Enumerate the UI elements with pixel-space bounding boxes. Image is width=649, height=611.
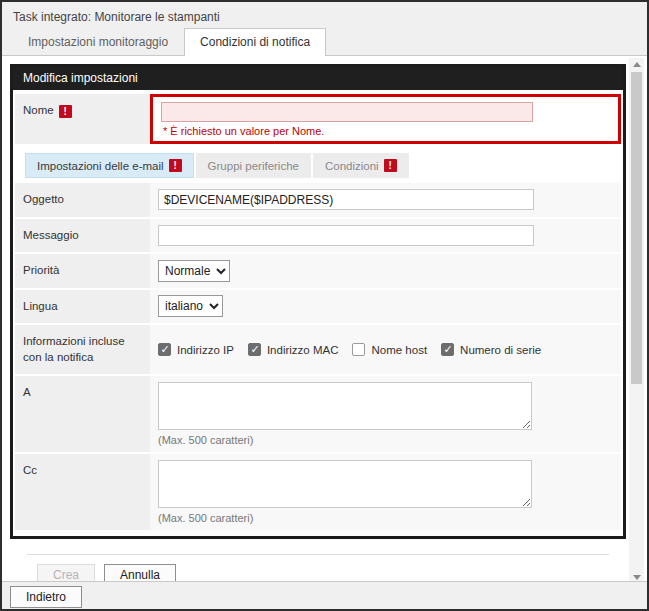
checkbox-label: Indirizzo MAC <box>267 344 339 356</box>
tab-condizioni-di-notifica[interactable]: Condizioni di notifica <box>184 28 326 56</box>
error-badge-icon: ! <box>384 159 397 172</box>
tab-impostazioni-monitoraggio[interactable]: Impostazioni monitoraggio <box>12 28 184 56</box>
subtab-impostazioni-email[interactable]: Impostazioni delle e-mail! <box>25 153 194 178</box>
cc-textarea[interactable] <box>158 460 532 508</box>
indietro-button[interactable]: Indietro <box>10 586 82 608</box>
subtab-condizioni[interactable]: Condizioni! <box>313 153 409 178</box>
lingua-row: Lingua italiano <box>15 290 621 324</box>
error-badge-icon: ! <box>59 105 72 118</box>
oggetto-row: Oggetto <box>15 183 621 217</box>
panel-body: Nome! * È richiesto un valore per Nome. … <box>13 90 623 588</box>
a-row: A (Max. 500 caratteri) <box>15 376 621 452</box>
a-maxlength-hint: (Max. 500 caratteri) <box>158 434 613 446</box>
subtab-impostazioni-email-label: Impostazioni delle e-mail <box>37 160 164 172</box>
lingua-label: Lingua <box>15 290 150 324</box>
oggetto-label: Oggetto <box>15 183 150 217</box>
checkbox-icon[interactable] <box>158 343 171 356</box>
subtab-gruppi-periferiche-label: Gruppi periferiche <box>208 160 299 172</box>
scrollbar-thumb[interactable] <box>631 72 642 384</box>
nome-error-outline: * È richiesto un valore per Nome. <box>150 94 621 144</box>
nome-label: Nome! <box>15 94 150 144</box>
messaggio-label: Messaggio <box>15 219 150 253</box>
checkbox-indirizzo-ip[interactable]: Indirizzo IP <box>158 343 234 356</box>
cc-label: Cc <box>15 454 150 530</box>
subtab-condizioni-label: Condizioni <box>325 160 379 172</box>
subtab-gruppi-periferiche[interactable]: Gruppi periferiche <box>196 153 311 178</box>
informazioni-row: Informazioni incluse con la notifica Ind… <box>15 325 621 374</box>
messaggio-row: Messaggio <box>15 219 621 253</box>
scroll-up-button[interactable] <box>629 58 644 71</box>
messaggio-input[interactable] <box>158 225 534 246</box>
priorita-select[interactable]: Normale <box>158 260 230 282</box>
nome-error-message: * È richiesto un valore per Nome. <box>163 125 610 137</box>
checkbox-indirizzo-mac[interactable]: Indirizzo MAC <box>248 343 339 356</box>
modifica-impostazioni-panel: Modifica impostazioni Nome! * È richiest… <box>10 64 626 539</box>
checkbox-numero-di-serie[interactable]: Numero di serie <box>441 343 541 356</box>
informazioni-label: Informazioni incluse con la notifica <box>15 325 150 374</box>
checkbox-icon[interactable] <box>352 343 365 356</box>
panel-title: Modifica impostazioni <box>13 67 623 90</box>
priorita-row: Priorità Normale <box>15 254 621 288</box>
checkbox-label: Indirizzo IP <box>177 344 234 356</box>
priorita-label: Priorità <box>15 254 150 288</box>
notifica-info-checkbox-group: Indirizzo IP Indirizzo MAC Nome host <box>158 343 613 356</box>
vertical-scrollbar[interactable] <box>629 58 644 584</box>
a-label: A <box>15 376 150 452</box>
main-tab-bar: Impostazioni monitoraggio Condizioni di … <box>2 28 647 56</box>
a-textarea[interactable] <box>158 382 532 430</box>
checkbox-icon[interactable] <box>248 343 261 356</box>
footer-bar: Indietro <box>2 581 647 609</box>
cc-maxlength-hint: (Max. 500 caratteri) <box>158 512 613 524</box>
error-badge-icon: ! <box>169 159 182 172</box>
window-title: Task integrato: Monitorare le stampanti <box>2 2 647 28</box>
checkbox-label: Numero di serie <box>460 344 541 356</box>
arrow-up-icon <box>633 62 641 67</box>
email-settings-subtab-bar: Impostazioni delle e-mail! Gruppi perife… <box>15 144 621 181</box>
nome-row: Nome! * È richiesto un valore per Nome. <box>15 94 621 144</box>
checkbox-nome-host[interactable]: Nome host <box>352 343 427 356</box>
nome-label-text: Nome <box>23 104 54 116</box>
lingua-select[interactable]: italiano <box>158 295 223 317</box>
arrow-down-icon <box>633 575 641 580</box>
oggetto-input[interactable] <box>158 189 534 210</box>
tab-content: Modifica impostazioni Nome! * È richiest… <box>2 57 647 581</box>
nome-input[interactable] <box>161 102 533 122</box>
cc-row: Cc (Max. 500 caratteri) <box>15 454 621 530</box>
dialog-window: Task integrato: Monitorare le stampanti … <box>0 0 649 611</box>
checkbox-icon[interactable] <box>441 343 454 356</box>
checkbox-label: Nome host <box>371 344 427 356</box>
